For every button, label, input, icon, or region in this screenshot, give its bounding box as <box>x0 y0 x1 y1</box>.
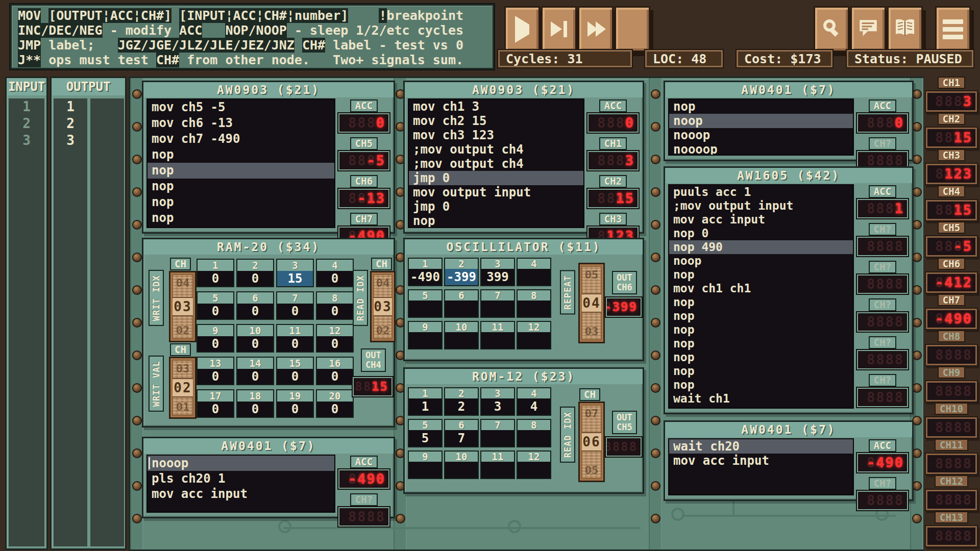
memory-cell[interactable]: 22 <box>445 388 478 415</box>
memory-cell[interactable]: 80 <box>317 292 353 319</box>
memory-cell[interactable]: 9 <box>409 452 442 478</box>
code-line[interactable]: noop <box>669 254 853 268</box>
memory-cell[interactable]: 55 <box>409 420 442 446</box>
code-line[interactable]: mov acc input <box>669 454 853 468</box>
memory-cell[interactable]: 10 <box>198 260 233 286</box>
code-line[interactable]: nop <box>148 194 334 210</box>
thumbwheel-dial[interactable]: 040203 <box>370 271 396 342</box>
code-line[interactable]: noop <box>669 114 853 128</box>
memory-cell[interactable]: 20 <box>237 260 273 286</box>
code-line[interactable]: nop <box>148 147 334 163</box>
fast-forward-button[interactable] <box>578 6 614 52</box>
memory-cell[interactable]: 130 <box>198 358 233 384</box>
code-editor[interactable]: nopnoopnooopnoooop <box>669 99 853 155</box>
code-line[interactable]: mov output input <box>409 185 583 199</box>
memory-cell[interactable]: 10 <box>445 322 478 348</box>
memory-cell[interactable]: 120 <box>317 325 353 352</box>
code-editor[interactable]: mov ch1 3mov ch2 15mov ch3 123;mov outpu… <box>409 99 583 227</box>
memory-cell[interactable]: 315 <box>277 260 313 286</box>
memory-cell[interactable]: 50 <box>198 292 233 319</box>
code-editor[interactable]: puuls acc 1;mov output inputmov acc inpu… <box>669 185 853 408</box>
memory-cell[interactable]: 140 <box>237 358 273 384</box>
code-line[interactable]: mov ch6 -13 <box>148 115 334 131</box>
run-button[interactable] <box>504 6 540 52</box>
code-line[interactable]: nop <box>669 268 853 282</box>
code-line[interactable]: nop <box>669 364 853 378</box>
code-line[interactable]: ;mov output ch4 <box>409 157 583 171</box>
code-line[interactable]: nop 490 <box>669 240 853 254</box>
memory-cell[interactable]: 5 <box>409 290 442 317</box>
memory-cell[interactable]: 9 <box>409 322 442 348</box>
memory-cell[interactable]: 100 <box>237 325 273 352</box>
menu-button[interactable] <box>935 6 971 52</box>
code-line[interactable]: jmp 0 <box>409 171 583 185</box>
code-line[interactable]: ;mov output ch4 <box>409 142 583 157</box>
memory-cell[interactable]: 44 <box>518 388 550 415</box>
thumbwheel-dial[interactable]: 040203 <box>169 271 197 342</box>
code-line[interactable]: wait ch20 <box>669 439 853 454</box>
memory-cell[interactable]: 70 <box>277 292 313 319</box>
memory-cell[interactable]: 12 <box>518 322 550 348</box>
memory-cell[interactable]: 8 <box>518 290 550 317</box>
code-line[interactable]: nop 0 <box>669 227 853 240</box>
code-line[interactable]: puuls acc 1 <box>669 185 853 199</box>
code-line[interactable]: mov ch1 3 <box>409 99 583 114</box>
code-line[interactable]: mov acc input <box>669 213 853 227</box>
memory-cell[interactable]: 60 <box>237 292 273 319</box>
code-line[interactable]: mov ch3 123 <box>409 128 583 142</box>
code-line[interactable]: ;mov output input <box>669 199 853 213</box>
memory-cell[interactable]: 200 <box>317 390 353 417</box>
memory-cell[interactable]: 190 <box>277 390 313 417</box>
code-line[interactable]: nop <box>148 210 334 226</box>
memory-cell[interactable]: 110 <box>277 325 313 352</box>
memory-cell[interactable]: 10 <box>445 452 478 478</box>
memory-cell[interactable]: 7 <box>481 290 514 317</box>
memory-cell[interactable]: 11 <box>481 452 514 478</box>
memory-cell[interactable]: 2-399 <box>445 259 478 285</box>
memory-cell[interactable]: 33 <box>481 388 514 415</box>
memory-cell[interactable]: 40 <box>317 260 353 286</box>
memory-cell[interactable]: 7 <box>481 420 514 446</box>
code-line[interactable]: nop <box>669 309 853 323</box>
memory-cell[interactable]: 180 <box>237 390 273 417</box>
memory-cell[interactable]: 6 <box>445 290 478 317</box>
code-line[interactable]: nop <box>148 179 334 194</box>
code-line[interactable]: mov ch1 ch1 <box>669 282 853 295</box>
memory-cell[interactable]: 90 <box>198 325 233 352</box>
code-line[interactable]: nop <box>669 350 853 364</box>
code-line[interactable]: mov acc input <box>148 486 334 502</box>
manual-button[interactable] <box>887 6 923 52</box>
memory-cell[interactable]: 150 <box>277 358 313 384</box>
code-line[interactable]: noooop <box>669 142 853 155</box>
search-button[interactable] <box>814 6 849 52</box>
memory-cell[interactable]: 67 <box>445 420 478 446</box>
code-line[interactable]: nop <box>669 323 853 337</box>
code-line[interactable]: mov ch7 -490 <box>148 131 334 147</box>
code-editor[interactable]: noooppls ch20 1mov acc input <box>148 456 334 512</box>
feedback-button[interactable] <box>850 6 886 52</box>
code-line[interactable]: pls ch20 1 <box>148 471 334 486</box>
memory-cell[interactable]: 4 <box>518 259 550 285</box>
memory-cell[interactable]: 11 <box>481 322 514 348</box>
memory-cell[interactable]: 11 <box>409 388 442 415</box>
code-line[interactable]: mov ch2 15 <box>409 114 583 128</box>
memory-cell[interactable]: 170 <box>198 390 233 417</box>
code-editor[interactable]: wait ch20mov acc input <box>669 439 853 494</box>
memory-cell[interactable]: 160 <box>317 358 353 384</box>
code-line[interactable]: nop <box>669 378 853 392</box>
thumbwheel-dial[interactable]: 030102 <box>169 357 197 419</box>
memory-cell[interactable]: 8 <box>518 420 550 446</box>
code-line[interactable]: nop <box>409 214 583 227</box>
code-line[interactable]: nop <box>669 295 853 309</box>
code-editor[interactable]: mov ch5 -5mov ch6 -13mov ch7 -490nopnopn… <box>148 99 334 227</box>
code-line[interactable]: jmp 0 <box>409 199 583 214</box>
memory-cell[interactable]: 12 <box>518 452 550 478</box>
thumbwheel-dial[interactable]: 050304 <box>578 263 605 343</box>
code-line[interactable]: nop <box>669 99 853 114</box>
code-line[interactable]: mov ch5 -5 <box>148 99 334 115</box>
step-button[interactable] <box>541 6 577 52</box>
code-line[interactable]: nop <box>669 337 853 350</box>
stop-button[interactable] <box>615 6 650 52</box>
code-line[interactable]: nooop <box>148 456 334 471</box>
code-line[interactable]: wait ch1 <box>669 392 853 406</box>
